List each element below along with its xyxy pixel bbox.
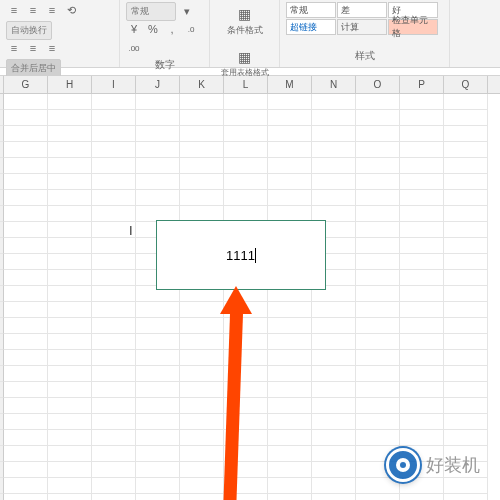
cell[interactable] <box>180 158 224 174</box>
col-header[interactable]: M <box>268 76 312 93</box>
cell[interactable] <box>4 142 48 158</box>
cell[interactable] <box>48 366 92 382</box>
cell[interactable] <box>92 94 136 110</box>
cell[interactable] <box>224 126 268 142</box>
cell[interactable] <box>4 270 48 286</box>
cell[interactable] <box>268 126 312 142</box>
cell[interactable] <box>48 110 92 126</box>
cell[interactable] <box>136 350 180 366</box>
cell[interactable] <box>92 190 136 206</box>
cell[interactable] <box>400 494 444 500</box>
cell[interactable] <box>4 190 48 206</box>
cell[interactable] <box>92 174 136 190</box>
cell[interactable] <box>48 302 92 318</box>
cell[interactable] <box>4 206 48 222</box>
cell[interactable] <box>444 110 488 126</box>
col-header[interactable]: I <box>92 76 136 93</box>
cell[interactable] <box>224 142 268 158</box>
cell[interactable] <box>4 494 48 500</box>
cell[interactable] <box>312 494 356 500</box>
col-header[interactable]: G <box>4 76 48 93</box>
cell[interactable] <box>312 110 356 126</box>
col-header[interactable]: H <box>48 76 92 93</box>
cell[interactable] <box>48 414 92 430</box>
cell[interactable] <box>180 414 224 430</box>
cell[interactable] <box>400 414 444 430</box>
align-mid-icon[interactable]: ≡ <box>25 2 41 18</box>
cell[interactable] <box>48 158 92 174</box>
col-header[interactable]: L <box>224 76 268 93</box>
cell[interactable] <box>356 334 400 350</box>
percent-icon[interactable]: % <box>145 21 161 37</box>
cell[interactable] <box>356 430 400 446</box>
cell[interactable] <box>400 206 444 222</box>
cell[interactable] <box>48 238 92 254</box>
cell[interactable] <box>136 446 180 462</box>
cell[interactable] <box>4 414 48 430</box>
cell[interactable] <box>400 94 444 110</box>
cell[interactable] <box>356 94 400 110</box>
cell[interactable] <box>312 174 356 190</box>
decimal-decrease-icon[interactable]: .00 <box>126 40 142 56</box>
cell[interactable] <box>312 158 356 174</box>
cell[interactable] <box>92 446 136 462</box>
cell[interactable] <box>444 190 488 206</box>
dropdown-icon[interactable]: ▾ <box>179 4 195 20</box>
cell[interactable] <box>268 110 312 126</box>
cell[interactable] <box>92 126 136 142</box>
cell[interactable] <box>312 398 356 414</box>
cell[interactable] <box>444 94 488 110</box>
col-header[interactable]: P <box>400 76 444 93</box>
cell[interactable] <box>92 334 136 350</box>
decimal-increase-icon[interactable]: .0 <box>183 21 199 37</box>
cell[interactable] <box>92 206 136 222</box>
cell[interactable] <box>4 318 48 334</box>
cell[interactable] <box>444 238 488 254</box>
cell[interactable] <box>4 158 48 174</box>
cell[interactable] <box>136 494 180 500</box>
align-top-icon[interactable]: ≡ <box>6 2 22 18</box>
cell[interactable] <box>136 318 180 334</box>
cell[interactable] <box>4 174 48 190</box>
cell[interactable] <box>312 462 356 478</box>
cell[interactable] <box>312 446 356 462</box>
cell[interactable] <box>400 142 444 158</box>
wrap-text-button[interactable]: 自动换行 <box>6 21 52 40</box>
cell[interactable] <box>180 462 224 478</box>
cell[interactable] <box>356 398 400 414</box>
cell[interactable] <box>4 94 48 110</box>
cell[interactable] <box>268 414 312 430</box>
cell[interactable] <box>356 190 400 206</box>
cell[interactable] <box>48 286 92 302</box>
style-cell-link[interactable]: 超链接 <box>286 19 336 35</box>
cell[interactable] <box>180 142 224 158</box>
cell[interactable] <box>356 142 400 158</box>
cell[interactable] <box>48 430 92 446</box>
cell[interactable] <box>92 350 136 366</box>
cell[interactable] <box>312 334 356 350</box>
cell[interactable] <box>400 222 444 238</box>
cell[interactable] <box>180 350 224 366</box>
cell[interactable] <box>268 94 312 110</box>
cell[interactable] <box>312 382 356 398</box>
cell[interactable] <box>92 462 136 478</box>
cell[interactable] <box>136 414 180 430</box>
cell[interactable] <box>444 270 488 286</box>
cell[interactable] <box>4 366 48 382</box>
cell[interactable] <box>356 382 400 398</box>
cell[interactable] <box>48 174 92 190</box>
cell[interactable] <box>268 366 312 382</box>
cell[interactable] <box>444 286 488 302</box>
cell[interactable] <box>444 334 488 350</box>
cell[interactable] <box>400 366 444 382</box>
cell[interactable] <box>312 190 356 206</box>
cell[interactable] <box>268 478 312 494</box>
cell[interactable] <box>180 110 224 126</box>
cell[interactable] <box>400 110 444 126</box>
cell[interactable] <box>48 254 92 270</box>
cell[interactable] <box>268 382 312 398</box>
col-header[interactable]: O <box>356 76 400 93</box>
cell[interactable] <box>400 158 444 174</box>
cell[interactable] <box>92 478 136 494</box>
cell[interactable] <box>356 414 400 430</box>
